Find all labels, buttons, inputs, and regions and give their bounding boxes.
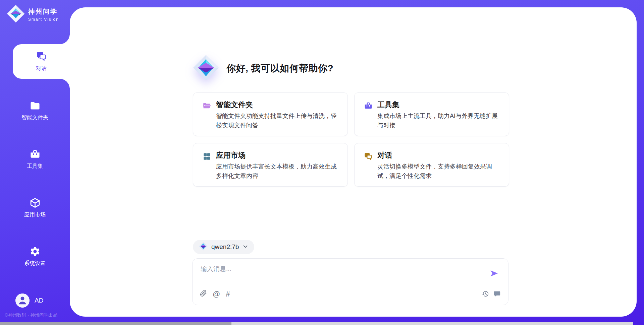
history-icon[interactable] bbox=[482, 290, 489, 299]
card-description: 集成市场上主流工具，助力AI与外界无缝扩展与对接 bbox=[377, 111, 502, 130]
card-title: 工具集 bbox=[377, 100, 399, 110]
sidebar-item-label: 工具集 bbox=[27, 163, 43, 170]
sidebar: 神州问学 Smart Vision 对话 智能文件夹 工具集 bbox=[0, 0, 70, 325]
card-title: 应用市场 bbox=[216, 150, 246, 160]
chat-bubbles-icon bbox=[364, 152, 373, 161]
card-title: 智能文件夹 bbox=[216, 100, 253, 110]
gear-icon bbox=[30, 246, 41, 257]
card-description: 智能文件夹功能支持批量文件上传与清洗，轻松实现文件问答 bbox=[216, 111, 341, 130]
brand-name: 神州问学 bbox=[28, 7, 59, 16]
user-avatar-icon bbox=[15, 294, 30, 308]
copyright-text: ©神州数码 · 神州问学出品 bbox=[5, 312, 57, 318]
diamond-logo-icon bbox=[199, 242, 208, 252]
message-composer: @ # bbox=[192, 258, 508, 305]
diamond-logo-icon bbox=[193, 55, 219, 82]
cube-icon bbox=[30, 197, 41, 208]
model-name: qwen2:7b bbox=[211, 243, 239, 251]
main-panel: 你好, 我可以如何帮助你? 智能文件夹 智能文件夹功能支持批量文件上传与清洗，轻… bbox=[70, 7, 637, 317]
hash-icon[interactable]: # bbox=[226, 290, 230, 298]
sidebar-item-label: 应用市场 bbox=[24, 211, 46, 218]
horizontal-scrollbar[interactable] bbox=[0, 322, 633, 325]
message-icon[interactable] bbox=[493, 290, 501, 299]
sidebar-item-label: 系统设置 bbox=[24, 260, 46, 267]
briefcase-icon bbox=[364, 102, 373, 110]
message-input[interactable] bbox=[201, 265, 487, 282]
app-grid-icon bbox=[203, 152, 211, 161]
card-smart-folder[interactable]: 智能文件夹 智能文件夹功能支持批量文件上传与清洗，轻松实现文件问答 bbox=[193, 92, 348, 136]
card-app-market[interactable]: 应用市场 应用市场提供丰富长文本模板，助力高效生成多样化文章内容 bbox=[193, 143, 348, 187]
composer-divider bbox=[193, 285, 508, 285]
sidebar-item-smart-folder[interactable]: 智能文件夹 bbox=[0, 93, 70, 128]
card-toolset[interactable]: 工具集 集成市场上主流工具，助力AI与外界无缝扩展与对接 bbox=[354, 92, 509, 136]
folder-open-icon bbox=[203, 102, 211, 110]
greeting-text: 你好, 我可以如何帮助你? bbox=[226, 62, 333, 75]
card-description: 应用市场提供丰富长文本模板，助力高效生成多样化文章内容 bbox=[216, 162, 341, 181]
user-initials: AD bbox=[35, 297, 43, 304]
sidebar-item-toolset[interactable]: 工具集 bbox=[0, 142, 70, 177]
folder-icon bbox=[30, 100, 41, 111]
chat-bubbles-icon bbox=[36, 51, 47, 62]
sidebar-item-chat[interactable]: 对话 bbox=[13, 44, 70, 79]
feature-cards: 智能文件夹 智能文件夹功能支持批量文件上传与清洗，轻松实现文件问答 工具集 集成… bbox=[193, 92, 509, 187]
avatar[interactable] bbox=[15, 294, 30, 308]
card-description: 灵活切换多模型文件，支持多样回复效果调试，满足个性化需求 bbox=[377, 162, 502, 181]
card-title: 对话 bbox=[377, 150, 392, 160]
send-icon[interactable] bbox=[489, 269, 499, 278]
card-chat[interactable]: 对话 灵活切换多模型文件，支持多样回复效果调试，满足个性化需求 bbox=[354, 143, 509, 187]
model-selector[interactable]: qwen2:7b bbox=[193, 240, 254, 254]
paperclip-icon[interactable] bbox=[200, 290, 207, 298]
brand-subtitle: Smart Vision bbox=[28, 17, 59, 22]
scrollbar-thumb[interactable] bbox=[0, 322, 231, 325]
user-profile[interactable]: AD bbox=[15, 294, 43, 308]
briefcase-icon bbox=[30, 149, 41, 160]
chevron-down-icon bbox=[243, 244, 248, 251]
greeting: 你好, 我可以如何帮助你? bbox=[193, 55, 333, 82]
brand: 神州问学 Smart Vision bbox=[7, 5, 59, 24]
sidebar-item-settings[interactable]: 系统设置 bbox=[0, 239, 70, 274]
sidebar-item-app-market[interactable]: 应用市场 bbox=[0, 191, 70, 225]
at-icon[interactable]: @ bbox=[213, 290, 220, 298]
diamond-logo-icon bbox=[7, 5, 25, 24]
sidebar-item-label: 智能文件夹 bbox=[21, 114, 48, 121]
sidebar-item-label: 对话 bbox=[36, 65, 47, 72]
